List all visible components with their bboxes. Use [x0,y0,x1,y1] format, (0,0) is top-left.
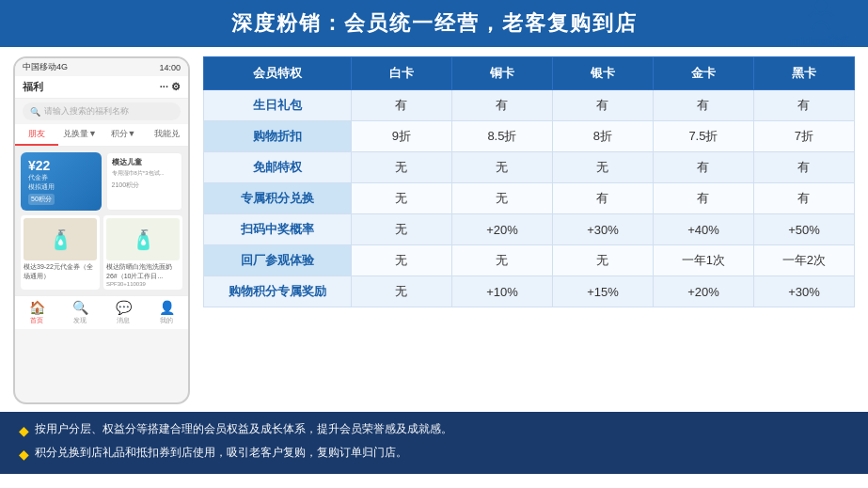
table-value-cell: 有 [653,183,753,214]
footer-line-1: ◆ 按用户分层、权益分等搭建合理的会员权益及成长体系，提升会员荣誉感及成就感。 [19,419,849,443]
page-title: 深度粉销：会员统一经营，老客复购到店 [231,11,638,35]
table-value-cell: +20% [653,276,753,307]
th-bronze: 铜卡 [451,57,552,90]
table-value-cell: 有 [451,90,552,121]
table-value-cell: 8.5折 [451,121,552,152]
table-feature-cell: 回厂参观体验 [204,245,352,276]
search-placeholder: 请输入搜索的福利名称 [44,105,129,118]
table-header-row: 会员特权 白卡 铜卡 银卡 金卡 黑卡 [204,57,855,90]
phone-time: 14:00 [159,63,181,72]
table-row: 扫码中奖概率无+20%+30%+40%+50% [204,214,855,245]
footer-text-1: 按用户分层、权益分等搭建合理的会员权益及成长体系，提升会员荣誉感及成就感。 [35,419,452,440]
table-value-cell: 无 [351,152,451,183]
svg-point-0 [814,0,827,11]
phone-search-inner[interactable]: 🔍 请输入搜索的福利名称 [23,102,181,120]
table-value-cell: 一年2次 [753,245,854,276]
phone-tab-mine[interactable]: 我能兑 [145,124,188,146]
table-value-cell: 7折 [753,121,854,152]
product2-label: 模达防晒白泡泡洗面奶26#（10片工作日... [106,262,180,281]
table-value-cell: 有 [552,183,653,214]
coupon2-sub: 专用湿巾8片*3包试... [112,169,178,178]
table-value-cell: 有 [753,152,854,183]
table-row: 回厂参观体验无无无一年1次一年2次 [204,245,855,276]
logo-text: midoo米多 [790,33,851,50]
phone-bottom-bar: 🏠 首页 🔍 发现 💬 消息 👤 我的 [15,295,188,329]
th-silver: 银卡 [552,57,653,90]
phone-bottom-message[interactable]: 💬 消息 [102,300,145,325]
footer-bullet-1: ◆ [19,419,29,443]
phone-tabs: 朋友 兑换量▼ 积分▼ 我能兑 [15,124,188,147]
product1-image: 🧴 [24,218,97,260]
phone-product-grid: 🧴 模达39-22元代金券（全场通用） 🧴 模达防晒白泡泡洗面奶26#（10片工… [21,215,182,290]
phone-tab-friends[interactable]: 朋友 [15,124,58,146]
table-value-cell: 无 [351,276,451,307]
table-value-cell: 无 [451,183,552,214]
coupon2-title: 模达儿童 [112,157,178,167]
phone-bottom-discover[interactable]: 🔍 发现 [58,300,102,325]
search-icon: 🔍 [30,107,40,117]
th-black: 黑卡 [753,57,854,90]
phone-nav-bar: 福利 ··· ⚙ [15,76,188,99]
table-value-cell: 无 [351,214,451,245]
table-feature-cell: 购物积分专属奖励 [204,276,352,307]
member-table: 会员特权 白卡 铜卡 银卡 金卡 黑卡 生日礼包有有有有有购物折扣9折8.5折8… [203,56,855,307]
message-label: 消息 [117,316,130,325]
table-feature-cell: 生日礼包 [204,90,352,121]
product2-sub: SPF30+110039 [106,281,180,287]
phone-search-bar: 🔍 请输入搜索的福利名称 [15,99,188,124]
table-value-cell: 无 [552,152,653,183]
coupon-label: 代金券 [28,173,94,182]
table-value-cell: 9折 [351,121,451,152]
table-value-cell: 无 [351,245,451,276]
mine-label: 我的 [160,316,173,325]
table-value-cell: 一年1次 [653,245,753,276]
phone-product-2: 🧴 模达防晒白泡泡洗面奶26#（10片工作日... SPF30+110039 [103,215,182,290]
phone-bottom-home[interactable]: 🏠 首页 [15,300,58,325]
th-gold: 金卡 [653,57,753,90]
footer: ◆ 按用户分层、权益分等搭建合理的会员权益及成长体系，提升会员荣誉感及成就感。 … [0,412,868,474]
coupon-amount: ¥22 [28,158,94,173]
phone-mockup: 中国移动4G 14:00 福利 ··· ⚙ 🔍 请输入搜索的福利名称 朋友 兑换… [13,56,190,404]
discover-icon: 🔍 [72,300,88,315]
phone-product-1: 🧴 模达39-22元代金券（全场通用） [21,215,100,290]
coupon-sub: 模拟通用 [28,182,94,192]
phone-coupon-1: ¥22 代金券 模拟通用 50积分 [21,152,102,211]
table-value-cell: 无 [451,152,552,183]
table-value-cell: 7.5折 [653,121,753,152]
table-value-cell: 有 [351,90,451,121]
table-value-cell: +10% [451,276,552,307]
main-content: 中国移动4G 14:00 福利 ··· ⚙ 🔍 请输入搜索的福利名称 朋友 兑换… [0,47,868,404]
table-value-cell: +20% [451,214,552,245]
mine-icon: 👤 [159,300,175,315]
phone-tab-points[interactable]: 积分▼ [102,124,145,146]
table-feature-cell: 免邮特权 [204,152,352,183]
table-feature-cell: 扫码中奖概率 [204,214,352,245]
table-row: 购物折扣9折8.5折8折7.5折7折 [204,121,855,152]
table-value-cell: +50% [753,214,854,245]
phone-carrier: 中国移动4G [23,61,68,73]
logo-icon [804,0,838,31]
table-value-cell: +15% [552,276,653,307]
table-value-cell: 8折 [552,121,653,152]
table-value-cell: 有 [653,152,753,183]
home-icon: 🏠 [29,300,45,315]
table-value-cell: 有 [653,90,753,121]
phone-tab-exchange[interactable]: 兑换量▼ [58,124,102,146]
table-row: 购物积分专属奖励无+10%+15%+20%+30% [204,276,855,307]
footer-text-2: 积分兑换到店礼品和抵扣券到店使用，吸引老客户复购，复购订单归门店。 [35,443,407,464]
table-value-cell: 无 [351,183,451,214]
phone-nav-title: 福利 [23,80,43,94]
th-white: 白卡 [351,57,451,90]
table-value-cell: +40% [653,214,753,245]
table-body: 生日礼包有有有有有购物折扣9折8.5折8折7.5折7折免邮特权无无无有有专属积分… [204,90,855,307]
phone-coupon-row: ¥22 代金券 模拟通用 50积分 模达儿童 专用湿巾8片*3包试... 210… [21,152,182,211]
table-value-cell: 有 [753,90,854,121]
table-value-cell: +30% [552,214,653,245]
table-feature-cell: 购物折扣 [204,121,352,152]
phone-nav-icons: ··· ⚙ [160,81,181,93]
table-value-cell: 有 [552,90,653,121]
table-value-cell: 无 [552,245,653,276]
phone-bottom-mine[interactable]: 👤 我的 [145,300,188,325]
th-feature: 会员特权 [204,57,352,90]
table-row: 生日礼包有有有有有 [204,90,855,121]
